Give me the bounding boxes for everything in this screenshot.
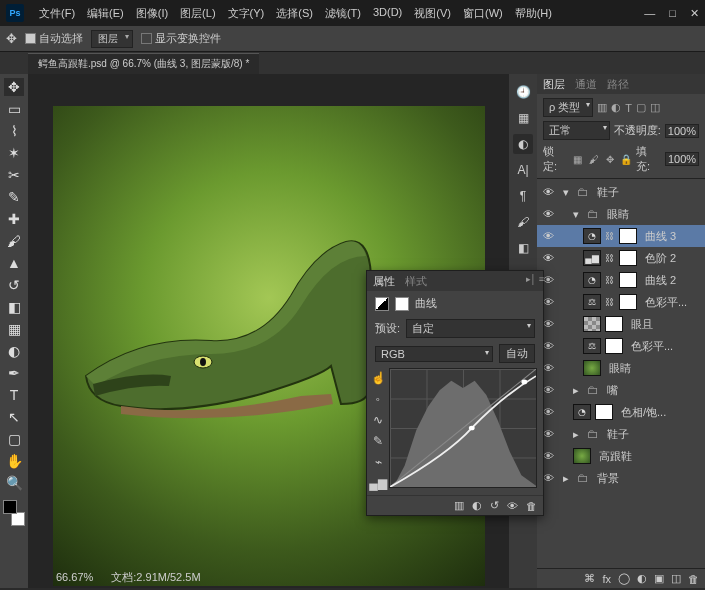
path-tool[interactable]: ↖	[4, 408, 24, 426]
marquee-tool[interactable]: ▭	[4, 100, 24, 118]
layer-kind-filter[interactable]: ρ 类型	[543, 98, 593, 117]
character-panel-icon[interactable]: A|	[513, 160, 533, 180]
visibility-toggle[interactable]: 👁	[541, 186, 555, 198]
link-layers-icon[interactable]: ⌘	[584, 572, 595, 585]
menu-item[interactable]: 帮助(H)	[510, 3, 557, 24]
properties-tab[interactable]: 属性	[373, 274, 395, 289]
foreground-color[interactable]	[3, 500, 17, 514]
panel-menu-icon[interactable]: ▸│ ≡	[526, 274, 544, 284]
prev-state-icon[interactable]: ◐	[472, 499, 482, 512]
gradient-tool[interactable]: ▦	[4, 320, 24, 338]
menu-item[interactable]: 文字(Y)	[223, 3, 270, 24]
menu-item[interactable]: 图层(L)	[175, 3, 220, 24]
auto-select-checkbox[interactable]	[25, 33, 36, 44]
fx-icon[interactable]: fx	[602, 573, 611, 585]
healing-tool[interactable]: ✚	[4, 210, 24, 228]
menu-item[interactable]: 编辑(E)	[82, 3, 129, 24]
disclosure-icon[interactable]: ▸	[573, 428, 583, 441]
disclosure-icon[interactable]: ▾	[563, 186, 573, 199]
visibility-toggle[interactable]: 👁	[541, 230, 555, 242]
visibility-toggle[interactable]: 👁	[541, 252, 555, 264]
target-adjust-icon[interactable]: ☝	[370, 370, 386, 386]
swatches-panel-icon[interactable]: ▦	[513, 108, 533, 128]
lock-position-icon[interactable]: ✥	[604, 153, 616, 165]
maximize-icon[interactable]: □	[669, 7, 676, 20]
filter-adj-icon[interactable]: ◐	[611, 101, 621, 114]
curve-point-icon[interactable]: ∿	[370, 412, 386, 428]
layer-row[interactable]: 👁眼且	[537, 313, 705, 335]
menu-item[interactable]: 滤镜(T)	[320, 3, 366, 24]
disclosure-icon[interactable]: ▸	[563, 472, 573, 485]
histogram-icon[interactable]: ▄▆	[370, 475, 386, 491]
fill-value[interactable]: 100%	[665, 152, 699, 166]
filter-smart-icon[interactable]: ◫	[650, 101, 660, 114]
preset-dropdown[interactable]: 自定	[406, 319, 535, 338]
auto-button[interactable]: 自动	[499, 344, 535, 363]
trash-icon[interactable]: 🗑	[526, 500, 537, 512]
opacity-value[interactable]: 100%	[665, 124, 699, 138]
close-icon[interactable]: ✕	[690, 7, 699, 20]
eraser-tool[interactable]: ◧	[4, 298, 24, 316]
move-tool[interactable]: ✥	[4, 78, 24, 96]
pen-tool[interactable]: ✒	[4, 364, 24, 382]
history-brush-tool[interactable]: ↺	[4, 276, 24, 294]
minimize-icon[interactable]: —	[644, 7, 655, 20]
clip-icon[interactable]: ▥	[454, 499, 464, 512]
channels-tab[interactable]: 通道	[575, 77, 597, 92]
menu-item[interactable]: 选择(S)	[271, 3, 318, 24]
hand-tool[interactable]: ✋	[4, 452, 24, 470]
disclosure-icon[interactable]: ▾	[573, 208, 583, 221]
smooth-icon[interactable]: ⌁	[370, 454, 386, 470]
zoom-level[interactable]: 66.67%	[56, 571, 93, 583]
lock-all-icon[interactable]: 🔒	[620, 153, 632, 165]
menu-item[interactable]: 3D(D)	[368, 3, 407, 24]
zoom-tool[interactable]: 🔍	[4, 474, 24, 492]
curves-graph[interactable]	[389, 368, 537, 488]
color-swatch[interactable]	[3, 500, 25, 526]
visibility-icon[interactable]: 👁	[507, 500, 518, 512]
layer-row[interactable]: 👁▾🗀眼睛	[537, 203, 705, 225]
styles-panel-icon[interactable]: ◧	[513, 238, 533, 258]
layer-row[interactable]: 👁▸🗀嘴	[537, 379, 705, 401]
eyedropper-tool[interactable]: ✎	[4, 188, 24, 206]
layers-tab[interactable]: 图层	[543, 77, 565, 92]
filter-type-icon[interactable]: T	[625, 102, 632, 114]
layer-row[interactable]: 👁⚖色彩平...	[537, 335, 705, 357]
paths-tab[interactable]: 路径	[607, 77, 629, 92]
layer-row[interactable]: 👁▄▆⛓色阶 2	[537, 247, 705, 269]
delete-layer-icon[interactable]: 🗑	[688, 573, 699, 585]
type-tool[interactable]: T	[4, 386, 24, 404]
filter-shape-icon[interactable]: ▢	[636, 101, 646, 114]
new-layer-icon[interactable]: ◫	[671, 572, 681, 585]
adjustments-panel-icon[interactable]: ◐	[513, 134, 533, 154]
menu-item[interactable]: 文件(F)	[34, 3, 80, 24]
brush-panel-icon[interactable]: 🖌	[513, 212, 533, 232]
crop-tool[interactable]: ✂	[4, 166, 24, 184]
layer-row[interactable]: 👁▾🗀鞋子	[537, 181, 705, 203]
visibility-toggle[interactable]: 👁	[541, 208, 555, 220]
group-add-icon[interactable]: ▣	[654, 572, 664, 585]
pencil-icon[interactable]: ✎	[370, 433, 386, 449]
styles-tab[interactable]: 样式	[405, 274, 427, 289]
lasso-tool[interactable]: ⌇	[4, 122, 24, 140]
layer-row[interactable]: 👁▸🗀鞋子	[537, 423, 705, 445]
mask-add-icon[interactable]: ◯	[618, 572, 630, 585]
paragraph-panel-icon[interactable]: ¶	[513, 186, 533, 206]
shape-tool[interactable]: ▢	[4, 430, 24, 448]
layer-row[interactable]: 👁⚖⛓色彩平...	[537, 291, 705, 313]
layer-row[interactable]: 👁◔色相/饱...	[537, 401, 705, 423]
stamp-tool[interactable]: ▲	[4, 254, 24, 272]
channel-dropdown[interactable]: RGB	[375, 346, 493, 362]
layer-row[interactable]: 👁◔⛓曲线 2	[537, 269, 705, 291]
disclosure-icon[interactable]: ▸	[573, 384, 583, 397]
filter-pixel-icon[interactable]: ▥	[597, 101, 607, 114]
history-panel-icon[interactable]: 🕘	[513, 82, 533, 102]
sample-white-icon[interactable]: ◦	[370, 391, 386, 407]
layer-row[interactable]: 👁◔⛓曲线 3	[537, 225, 705, 247]
adjustment-add-icon[interactable]: ◐	[637, 572, 647, 585]
auto-select-target-dropdown[interactable]: 图层	[91, 30, 133, 48]
blend-mode-dropdown[interactable]: 正常	[543, 121, 610, 140]
dodge-tool[interactable]: ◐	[4, 342, 24, 360]
lock-image-icon[interactable]: 🖌	[588, 153, 600, 165]
menu-item[interactable]: 视图(V)	[409, 3, 456, 24]
